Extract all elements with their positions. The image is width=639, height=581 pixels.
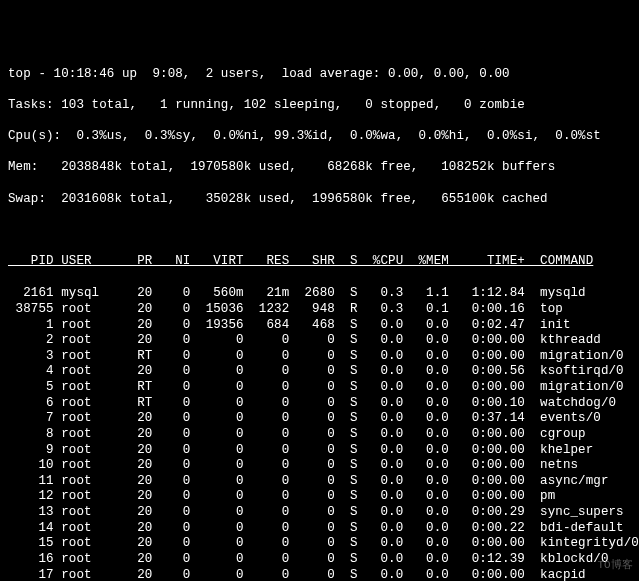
summary-line-tasks: Tasks: 103 total, 1 running, 102 sleepin… <box>8 98 631 114</box>
process-row[interactable]: 15 root 20 0 0 0 0 S 0.0 0.0 0:00.00 kin… <box>8 536 631 552</box>
process-row[interactable]: 16 root 20 0 0 0 0 S 0.0 0.0 0:12.39 kbl… <box>8 552 631 568</box>
summary-line-mem: Mem: 2038848k total, 1970580k used, 6826… <box>8 160 631 176</box>
process-row[interactable]: 9 root 20 0 0 0 0 S 0.0 0.0 0:00.00 khel… <box>8 443 631 459</box>
process-row[interactable]: 6 root RT 0 0 0 0 S 0.0 0.0 0:00.10 watc… <box>8 396 631 412</box>
process-row[interactable]: 38755 root 20 0 15036 1232 948 R 0.3 0.1… <box>8 302 631 318</box>
process-row[interactable]: 11 root 20 0 0 0 0 S 0.0 0.0 0:00.00 asy… <box>8 474 631 490</box>
process-row[interactable]: 14 root 20 0 0 0 0 S 0.0 0.0 0:00.22 bdi… <box>8 521 631 537</box>
process-row[interactable]: 7 root 20 0 0 0 0 S 0.0 0.0 0:37.14 even… <box>8 411 631 427</box>
process-row[interactable]: 4 root 20 0 0 0 0 S 0.0 0.0 0:00.56 ksof… <box>8 364 631 380</box>
process-row[interactable]: 5 root RT 0 0 0 0 S 0.0 0.0 0:00.00 migr… <box>8 380 631 396</box>
process-row[interactable]: 2 root 20 0 0 0 0 S 0.0 0.0 0:00.00 kthr… <box>8 333 631 349</box>
process-row[interactable]: 2161 mysql 20 0 560m 21m 2680 S 0.3 1.1 … <box>8 286 631 302</box>
process-row[interactable]: 10 root 20 0 0 0 0 S 0.0 0.0 0:00.00 net… <box>8 458 631 474</box>
process-row[interactable]: 13 root 20 0 0 0 0 S 0.0 0.0 0:00.29 syn… <box>8 505 631 521</box>
summary-line-cpu: Cpu(s): 0.3%us, 0.3%sy, 0.0%ni, 99.3%id,… <box>8 129 631 145</box>
summary-line-swap: Swap: 2031608k total, 35028k used, 19965… <box>8 192 631 208</box>
process-table[interactable]: 2161 mysql 20 0 560m 21m 2680 S 0.3 1.1 … <box>8 286 631 581</box>
summary-line-top: top - 10:18:46 up 9:08, 2 users, load av… <box>8 67 631 83</box>
process-row[interactable]: 3 root RT 0 0 0 0 S 0.0 0.0 0:00.00 migr… <box>8 349 631 365</box>
process-row[interactable]: 17 root 20 0 0 0 0 S 0.0 0.0 0:00.00 kac… <box>8 568 631 582</box>
process-row[interactable]: 12 root 20 0 0 0 0 S 0.0 0.0 0:00.00 pm <box>8 489 631 505</box>
process-row[interactable]: 8 root 20 0 0 0 0 S 0.0 0.0 0:00.00 cgro… <box>8 427 631 443</box>
process-row[interactable]: 1 root 20 0 19356 684 468 S 0.0 0.0 0:02… <box>8 318 631 334</box>
column-header-row[interactable]: PID USER PR NI VIRT RES SHR S %CPU %MEM … <box>8 254 631 271</box>
blank-line <box>8 223 631 239</box>
